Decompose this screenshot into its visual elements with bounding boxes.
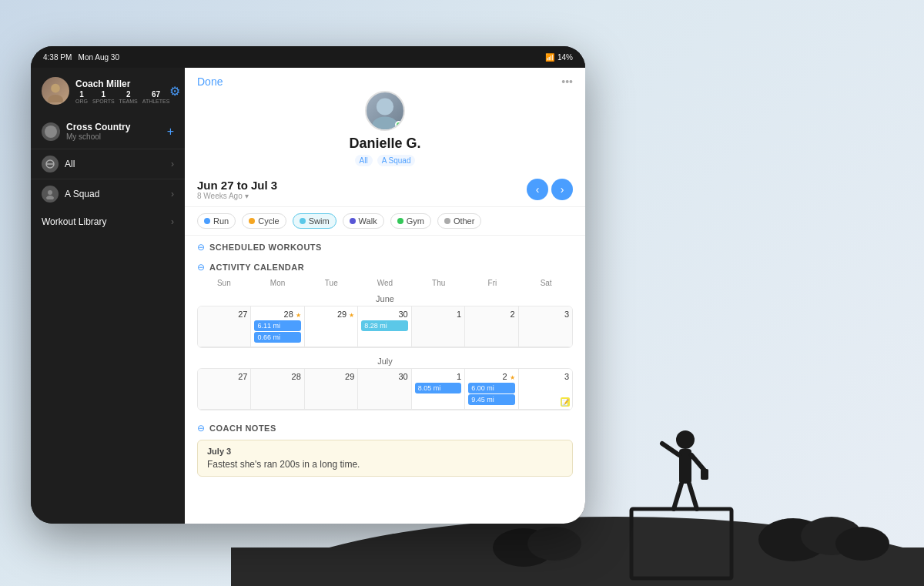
online-indicator (395, 121, 403, 129)
cal-date-jul2-june: 2 (468, 310, 514, 319)
status-bar: 4:38 PM Mon Aug 30 📶 14% (31, 46, 585, 68)
june-label: June (197, 292, 573, 306)
svg-point-19 (48, 190, 52, 195)
cal-cell-jul2-june[interactable]: 2 (465, 306, 518, 347)
filter-cycle[interactable]: Cycle (242, 213, 286, 229)
svg-line-9 (689, 484, 697, 509)
tablet-frame: 4:38 PM Mon Aug 30 📶 14% (31, 46, 585, 524)
add-team-button[interactable]: + (167, 125, 174, 139)
activity-calendar-header[interactable]: ⊖ ACTIVITY CALENDAR (185, 256, 585, 276)
cal-date-jul1-june: 1 (415, 310, 461, 319)
july-label: July (197, 354, 573, 368)
activity-jul2-1[interactable]: 6.00 mi (468, 383, 514, 393)
status-time: 4:38 PM Mon Aug 30 (43, 53, 119, 62)
cal-date-prev27: 27 (201, 372, 247, 381)
cal-cell-jun28[interactable]: 28 ★ 6.11 mi 0.66 mi (251, 306, 304, 347)
stat-org-num: 1 (79, 91, 84, 99)
activity-jul1-1[interactable]: 8.05 mi (415, 383, 461, 393)
activity-filters: Run Cycle Swim Walk (185, 207, 585, 236)
wifi-icon: 📶 (545, 53, 554, 62)
sidebar-header: Coach Miller 1 ORG 1 SPORTS 2 (31, 68, 185, 114)
time-display: 4:38 PM (43, 53, 72, 62)
cal-cell-jun29[interactable]: 29 ★ (305, 306, 358, 347)
activity-jun28-2[interactable]: 0.66 mi (254, 332, 300, 343)
panel-scroll[interactable]: Jun 27 to Jul 3 8 Weeks Ago ▾ ‹ › Run (185, 172, 585, 524)
cal-cell-jul1[interactable]: 1 8.05 mi (412, 369, 465, 410)
week-nav-buttons: ‹ › (527, 179, 573, 200)
run-dot (204, 218, 210, 224)
calendar-section: Sun Mon Tue Wed Thu Fri Sat June 27 (185, 276, 585, 410)
walk-dot (350, 218, 356, 224)
svg-point-3 (527, 527, 581, 561)
stat-sports-label: SPORTS (92, 99, 115, 104)
sidebar-item-cross-country[interactable]: Cross Country My school + (31, 114, 185, 149)
workout-library-label: Workout Library (42, 216, 106, 227)
athlete-tags: All A Squad (355, 155, 416, 166)
filter-walk[interactable]: Walk (343, 213, 384, 229)
athlete-profile: Danielle G. All A Squad (185, 91, 585, 172)
tablet-content: Coach Miller 1 ORG 1 SPORTS 2 (31, 68, 585, 524)
coach-info: Coach Miller 1 ORG 1 SPORTS 2 (75, 79, 169, 104)
cal-cell-prev27[interactable]: 27 (198, 369, 251, 410)
other-dot (444, 218, 450, 224)
filter-run-label: Run (213, 216, 229, 226)
done-button[interactable]: Done (197, 75, 223, 88)
sidebar: Coach Miller 1 ORG 1 SPORTS 2 (31, 68, 185, 524)
filter-other[interactable]: Other (437, 213, 482, 229)
cal-cell-jul2[interactable]: 2 ★ 6.00 mi 9.45 mi (465, 369, 518, 410)
calendar-toggle-icon: ⊖ (197, 262, 205, 273)
scheduled-workouts-title: SCHEDULED WORKOUTS (209, 243, 322, 252)
coach-profile: Coach Miller 1 ORG 1 SPORTS 2 (42, 77, 169, 105)
cal-cell-jul3-june[interactable]: 3 (519, 306, 572, 347)
cal-date-prev28: 28 (254, 372, 300, 381)
cal-cell-prev29[interactable]: 29 (305, 369, 358, 410)
cal-cell-jun27[interactable]: 27 (198, 306, 251, 347)
nav-all-label: All (65, 159, 165, 169)
cal-date-jul2: 2 ★ (468, 372, 514, 381)
more-button[interactable]: ••• (561, 75, 573, 88)
nav-squad-label: A Squad (65, 189, 165, 199)
filter-run[interactable]: Run (197, 213, 236, 229)
cal-cell-prev30[interactable]: 30 (358, 369, 411, 410)
day-display: Mon Aug 30 (79, 53, 119, 62)
activity-calendar-title: ACTIVITY CALENDAR (209, 263, 304, 272)
sidebar-item-a-squad[interactable]: A Squad › (31, 179, 185, 209)
nav-squad-icon (42, 186, 59, 203)
avatar (42, 77, 69, 105)
activity-jun30-1[interactable]: 8.28 mi (361, 320, 407, 331)
activity-jul2-2[interactable]: 9.45 mi (468, 394, 514, 405)
filter-gym-label: Gym (407, 216, 424, 226)
svg-point-22 (372, 116, 397, 131)
sidebar-item-workout-library[interactable]: Workout Library › (31, 209, 185, 235)
stat-org-label: ORG (75, 99, 88, 104)
cal-cell-jul1-june[interactable]: 1 (412, 306, 465, 347)
team-name: Cross Country (66, 122, 161, 132)
cal-cell-jun30[interactable]: 30 8.28 mi (358, 306, 411, 347)
coach-notes-header[interactable]: ⊖ COACH NOTES (185, 417, 585, 437)
svg-line-8 (674, 484, 681, 509)
cal-cell-jul3[interactable]: 3 📝 (519, 369, 572, 410)
filter-gym[interactable]: Gym (390, 213, 431, 229)
day-header-fri: Fri (466, 276, 520, 290)
activity-jun28-1[interactable]: 6.11 mi (254, 320, 300, 331)
athlete-name: Danielle G. (349, 136, 420, 152)
cal-cell-prev28[interactable]: 28 (251, 369, 304, 410)
gear-icon[interactable]: ⚙ (169, 84, 180, 99)
note-indicator: 📝 (561, 397, 570, 407)
week-ago[interactable]: 8 Weeks Ago ▾ (197, 192, 277, 200)
svg-rect-5 (679, 449, 691, 484)
svg-line-7 (691, 455, 705, 470)
cal-date-jun27: 27 (201, 310, 247, 319)
svg-point-14 (835, 527, 889, 561)
day-header-tue: Tue (304, 276, 358, 290)
nav-all-chevron: › (171, 159, 174, 169)
cal-date-jun28: 28 ★ (254, 310, 300, 319)
next-week-button[interactable]: › (551, 179, 573, 200)
cal-date-jun29: 29 ★ (308, 310, 354, 319)
prev-week-button[interactable]: ‹ (527, 179, 548, 200)
filter-swim[interactable]: Swim (293, 213, 336, 229)
coach-notes-title: COACH NOTES (209, 424, 276, 433)
stat-athletes-num: 67 (152, 91, 160, 99)
sidebar-item-all[interactable]: All › (31, 149, 185, 179)
scheduled-workouts-header[interactable]: ⊖ SCHEDULED WORKOUTS (185, 236, 585, 256)
